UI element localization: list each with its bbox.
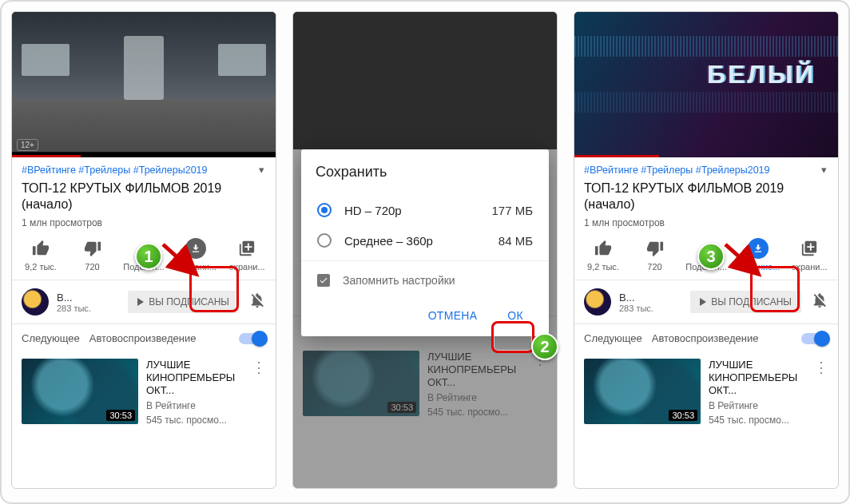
autoplay-label: Автовоспроизведение [89,332,197,344]
remember-checkbox[interactable]: Запомнить настройки [316,266,534,295]
like-button[interactable]: 9,2 тыс. [579,238,627,272]
channel-row[interactable]: В...283 тыс.ВЫ ПОДПИСАНЫ [574,280,838,324]
bell-off-icon[interactable] [248,292,266,312]
quality-option-360p[interactable]: Среднее – 360p 84 МБ [316,225,534,256]
thumb-up-icon [593,238,614,259]
duration-badge: 30:53 [106,410,135,421]
library-add-icon [799,238,820,259]
save-playlist-button[interactable]: охрани... [223,238,271,272]
download-dialog: Сохранить HD – 720p 177 МБ Среднее – 360… [301,149,549,336]
upnext-row: СледующееАвтовоспроизведение [574,324,838,352]
expand-icon[interactable]: ▾ [257,164,266,176]
reco-thumbnail: 30:53 [22,359,138,424]
hashtags[interactable]: #ВРейтинге #Трейлеры #Трейлеры2019 [22,165,208,176]
channel-avatar [22,288,49,315]
dialog-title: Сохранить [316,164,534,181]
share-icon [696,238,717,259]
upnext-row: Следующее Автовоспроизведение [12,324,276,352]
subscribe-button[interactable]: ВЫ ПОДПИСАНЫ [128,291,239,313]
recommendation-item[interactable]: 30:53 ЛУЧШИЕ КИНОПРЕМЬЕРЫ ОКТ... В Рейти… [12,352,276,426]
video-title: ТОП-12 КРУТЫХ ФИЛЬМОВ 2019 (начало) [584,181,828,212]
save-playlist-button[interactable]: охрани... [785,238,833,272]
play-icon [137,298,144,306]
reco-title: ЛУЧШИЕ КИНОПРЕМЬЕРЫ ОКТ... [146,359,240,397]
radio-selected-icon [317,203,332,217]
video-player[interactable]: 12+ [12,12,276,157]
thumb-down-icon [645,238,665,259]
action-row: 9,2 тыс. 720 Поделит... Ска...ние... охр… [574,232,838,280]
view-count: 1 млн просмотров [584,217,828,228]
expand-icon[interactable]: ▾ [820,164,828,176]
dislike-button[interactable]: 720 [631,238,679,272]
bell-off-icon[interactable] [811,292,828,312]
thumb-down-icon [82,238,103,259]
channel-avatar [584,288,611,315]
autoplay-switch[interactable] [801,333,828,344]
downloading-icon [748,238,769,259]
hashtags[interactable]: #ВРейтинге #Трейлеры #Трейлеры2019 [584,165,770,176]
subscribe-button[interactable]: ВЫ ПОДПИСАНЫ [690,291,801,313]
channel-name: В... [57,292,91,304]
action-row: 9,2 тыс. 720 Поделит... Сохрани... охран… [12,232,276,280]
share-icon [133,238,154,259]
like-button[interactable]: 9,2 тыс. [17,238,65,272]
view-count: 1 млн просмотров [22,217,266,228]
age-badge: 12+ [17,139,38,151]
quality-option-720p[interactable]: HD – 720p 177 МБ [316,195,534,225]
channel-row[interactable]: В... 283 тыс. ВЫ ПОДПИСАНЫ [12,280,276,324]
screen-1: 12+ #ВРейтинге #Трейлеры #Трейлеры2019 ▾… [11,11,276,489]
ok-button[interactable]: ОК [496,303,534,328]
video-player[interactable]: БЕЛЫЙ [574,12,838,157]
more-icon[interactable]: ⋮ [811,359,828,426]
video-title: ТОП-12 КРУТЫХ ФИЛЬМОВ 2019 (начало) [22,181,266,212]
reco-views: 545 тыс. просмо... [146,415,240,426]
screen-3: БЕЛЫЙ #ВРейтинге #Трейлеры #Трейлеры2019… [574,11,839,489]
thumb-up-icon [30,238,51,259]
video-overlay-text: БЕЛЫЙ [707,60,816,89]
download-icon [185,238,206,259]
more-icon[interactable]: ⋮ [248,359,266,426]
upnext-label: Следующее [22,332,80,344]
download-button-active[interactable]: Ска...ние... [734,238,782,272]
recommendation-item[interactable]: 30:53ЛУЧШИЕ КИНОПРЕМЬЕРЫ ОКТ...В Рейтинг… [574,352,838,426]
reco-channel: В Рейтинге [146,400,240,411]
download-button[interactable]: Сохрани... [172,238,220,272]
dislike-button[interactable]: 720 [69,238,117,272]
cancel-button[interactable]: ОТМЕНА [417,303,489,328]
channel-subs: 283 тыс. [57,304,91,313]
radio-icon [317,233,332,248]
library-add-icon [236,238,257,259]
autoplay-switch[interactable] [239,333,266,344]
checkbox-checked-icon [317,274,330,287]
screen-2: #ВРейтинге #Трейлеры #Трейлеры2019▾ ТОП-… [292,11,558,489]
share-button[interactable]: Поделит... [682,238,730,272]
share-button[interactable]: Поделит... [120,238,168,272]
